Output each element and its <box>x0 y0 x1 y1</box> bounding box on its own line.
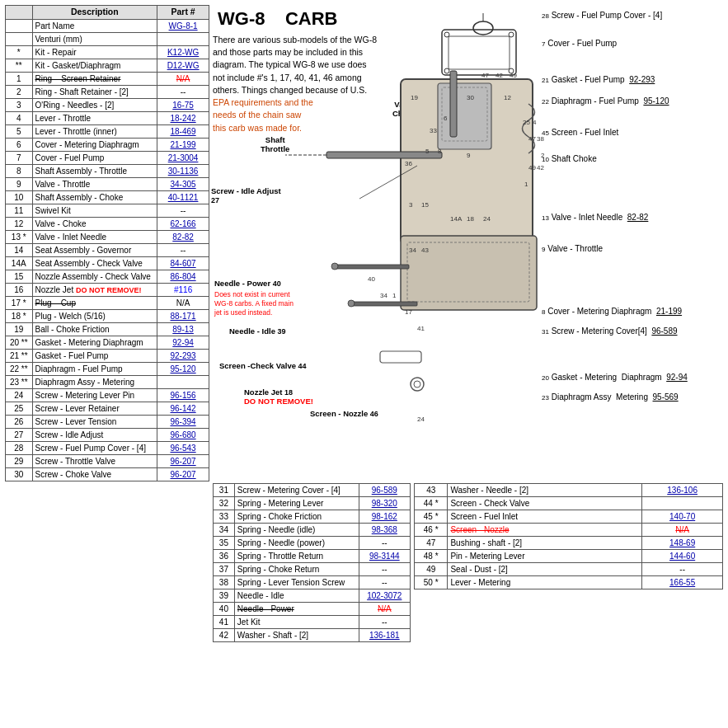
row-part: K12-WG <box>157 45 209 59</box>
table-row: 30Screw - Choke Valve96-207 <box>6 468 209 481</box>
row-desc: Diaphragm - Fuel Pump <box>32 363 157 376</box>
row-part: 89-13 <box>157 323 209 336</box>
row-part: 136-181 <box>359 629 410 642</box>
row-part: -- <box>642 563 723 576</box>
row-desc: Cover - Metering Diaphragm <box>32 138 157 151</box>
svg-text:6: 6 <box>444 115 448 122</box>
table-row: 43Washer - Needle - [2]136-106 <box>415 484 723 497</box>
parts-table: Description Part # Part NameWG-8-1Ventur… <box>5 5 209 481</box>
row-desc: Gasket - Metering Diaphragm <box>32 336 157 350</box>
row-desc: Seal - Dust - [2] <box>448 563 642 576</box>
table-row: 7Cover - Fuel Pump21-3004 <box>6 151 209 164</box>
svg-text:12: 12 <box>504 94 511 101</box>
row-desc: Part Name <box>32 19 157 32</box>
right-panel: 28 Screw - Fuel Pump Cover - [4] 7 Cover… <box>542 5 723 481</box>
svg-text:3: 3 <box>409 201 413 209</box>
row-part: N/A <box>642 524 723 537</box>
col-part-header: Part # <box>157 6 209 20</box>
table-row: 22 **Diaphragm - Fuel Pump95-120 <box>6 363 209 376</box>
table-row: 21 **Gasket - Fuel Pump92-293 <box>6 350 209 363</box>
right-labels-container: 28 Screw - Fuel Pump Cover - [4] 7 Cover… <box>542 5 723 404</box>
row-num: 21 ** <box>6 350 33 363</box>
table-row: 38Spring - Lever Tension Screw-- <box>214 576 411 589</box>
row-num: 15 <box>6 270 33 283</box>
table-row: 40Needle - PowerN/A <box>214 603 411 616</box>
diagram-area: WG-8 CARB There are various sub-models o… <box>211 5 540 467</box>
right-label-22: 22 Diaphragm - Fuel Pump 95-120 <box>542 95 723 108</box>
row-desc: Lever - Throttle <box>32 111 157 124</box>
svg-text:19: 19 <box>411 94 418 101</box>
row-part: N/A <box>157 297 209 310</box>
svg-point-21 <box>411 378 424 391</box>
svg-text:47: 47 <box>481 72 489 79</box>
svg-text:34: 34 <box>380 292 387 299</box>
row-num <box>6 19 33 32</box>
svg-text:8: 8 <box>438 148 442 155</box>
row-part: 92-293 <box>157 350 209 363</box>
page: { "title": "WG-8", "subtitle": "CARB", "… <box>0 0 728 728</box>
screw-idle-label: Screw - Idle Adjust27 <box>211 186 281 204</box>
row-num: 39 <box>214 589 235 603</box>
row-desc: Kit - Gasket/Diaphragm <box>32 59 157 72</box>
row-num: 18 * <box>6 310 33 323</box>
row-desc: Screen - Fuel Inlet <box>448 510 642 524</box>
table-row: 9Valve - Throttle34-305 <box>6 177 209 190</box>
table-row: 47Bushing - shaft - [2]148-69 <box>415 537 723 550</box>
bottom-center-table: 31Screw - Metering Cover - [4]96-58932Sp… <box>213 483 411 642</box>
svg-text:36: 36 <box>405 160 412 167</box>
row-desc: Spring - Choke Return <box>234 563 359 576</box>
table-row: 49Seal - Dust - [2]-- <box>415 563 723 576</box>
table-row: 8Shaft Assembly - Throttle30-1136 <box>6 164 209 177</box>
row-part: 98-320 <box>359 497 410 510</box>
right-label-9: 9 Valve - Throttle <box>542 242 723 256</box>
table-row: 31Screw - Metering Cover - [4]96-589 <box>214 484 411 497</box>
row-part: -- <box>157 204 209 217</box>
row-num: 38 <box>214 576 235 589</box>
row-desc: Screen - Check Valve <box>448 497 642 510</box>
svg-text:47: 47 <box>528 135 536 143</box>
row-num: 12 <box>6 217 33 230</box>
row-desc: Lever - Metering <box>448 576 642 589</box>
table-row: 26Screw - Lever Tension96-394 <box>6 416 209 429</box>
row-desc: Spring - Needle (idle) <box>234 524 359 537</box>
row-num: 35 <box>214 537 235 550</box>
svg-rect-20 <box>380 351 421 363</box>
svg-text:17: 17 <box>405 308 412 316</box>
svg-text:14A: 14A <box>450 215 463 223</box>
row-desc: Spring - Metering Lever <box>234 497 359 510</box>
row-part: 96-142 <box>157 402 209 416</box>
row-num: 1 <box>6 72 33 85</box>
row-part: 34-305 <box>157 177 209 190</box>
row-part: 148-69 <box>642 537 723 550</box>
row-part: 96-589 <box>359 484 410 497</box>
row-part: 40-1121 <box>157 190 209 204</box>
table-row: 32Spring - Metering Lever98-320 <box>214 497 411 510</box>
row-desc: Ball - Choke Friction <box>32 323 157 336</box>
right-label-20: 20 Gasket - Metering Diaphragm 92-94 <box>542 371 723 384</box>
table-row: 16Nozzle Jet DO NOT REMOVE!#116 <box>6 283 209 297</box>
table-row: 14ASeat Assembly - Check Valve84-607 <box>6 256 209 270</box>
main-layout: Description Part # Part NameWG-8-1Ventur… <box>5 5 723 481</box>
row-part: #116 <box>157 283 209 297</box>
svg-text:1: 1 <box>392 292 397 299</box>
row-part: 21-199 <box>157 138 209 151</box>
row-part: 96-394 <box>157 416 209 429</box>
right-label-45: 45 Screen - Fuel Inlet <box>542 126 723 139</box>
row-desc: Washer - Needle - [2] <box>448 484 642 497</box>
row-part: WG-8-1 <box>157 19 209 32</box>
table-row: 48 *Pin - Metering Lever144-60 <box>415 550 723 563</box>
svg-text:41: 41 <box>417 325 425 332</box>
svg-text:5: 5 <box>425 148 430 155</box>
row-part: 96-207 <box>157 468 209 481</box>
table-row: 1Ring – Screen RetainerN/A <box>6 72 209 85</box>
svg-rect-16 <box>351 302 417 306</box>
svg-text:42: 42 <box>537 164 544 171</box>
row-part: 96-543 <box>157 442 209 455</box>
row-num: 40 <box>214 603 235 616</box>
row-part: 98-3144 <box>359 550 410 563</box>
row-desc: Venturi (mm) <box>32 32 157 45</box>
row-part: -- <box>359 576 410 589</box>
table-row: 45 *Screen - Fuel Inlet140-70 <box>415 510 723 524</box>
row-num: 2 <box>6 85 33 98</box>
row-desc: Jet Kit <box>234 616 359 629</box>
